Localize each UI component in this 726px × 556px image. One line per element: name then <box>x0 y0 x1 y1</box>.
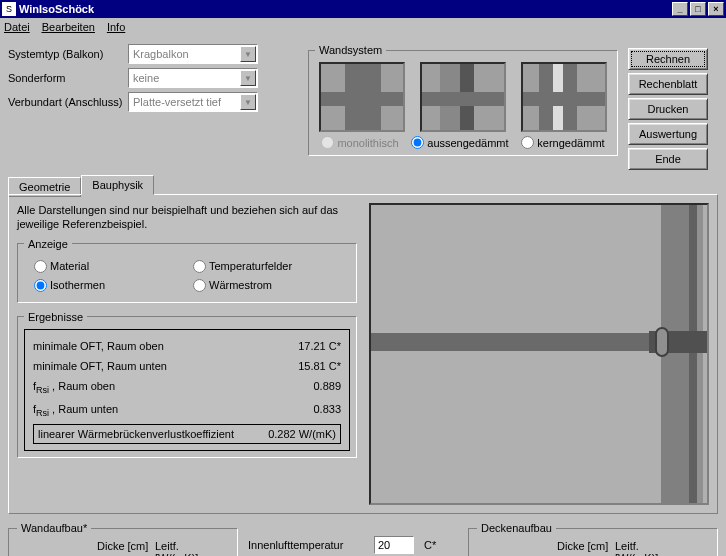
verbundart-dropdown[interactable]: Platte-versetzt tief ▼ <box>128 92 258 112</box>
radio-isothermen[interactable]: Isothermen <box>34 279 181 292</box>
radio-aussengedaemmt[interactable]: aussengedämmt <box>411 136 508 149</box>
chevron-down-icon: ▼ <box>240 70 256 86</box>
erg-r5-value: 0.282 W/(mK) <box>268 428 336 440</box>
menu-bearbeiten[interactable]: Bearbeiten <box>42 21 95 33</box>
radio-material[interactable]: Material <box>34 260 181 273</box>
menu-info[interactable]: Info <box>107 21 125 33</box>
wandaufbau-group: Wandaufbau* Dicke [cm]Leitf. [W/(mK)] Dä… <box>8 522 238 556</box>
systemtyp-dropdown[interactable]: Kragbalkon ▼ <box>128 44 258 64</box>
wandaufbau-legend: Wandaufbau* <box>17 522 91 534</box>
chevron-down-icon: ▼ <box>240 94 256 110</box>
sonderform-label: Sonderform <box>8 72 128 84</box>
radio-monolithisch[interactable]: monolithisch <box>321 136 398 149</box>
sonderform-dropdown[interactable]: keine ▼ <box>128 68 258 88</box>
innentemp-input[interactable]: 20 <box>374 536 414 554</box>
title-bar: S WinIsoSchöck _ □ × <box>0 0 726 18</box>
erg-r1-value: 17.21 C* <box>298 340 341 352</box>
anzeige-group: Anzeige Material Temperaturfelder Isothe… <box>17 238 357 303</box>
decke-dicke-header: Dicke [cm] <box>557 540 615 556</box>
radio-waermestrom[interactable]: Wärmestrom <box>193 279 340 292</box>
erg-r2-label: minimale OFT, Raum unten <box>33 360 167 372</box>
wandsystem-preview-1[interactable] <box>319 62 405 132</box>
diagram-area <box>369 203 709 505</box>
wandsystem-group: Wandsystem <box>308 44 618 156</box>
window-title: WinIsoSchöck <box>19 3 670 15</box>
verbundart-value: Platte-versetzt tief <box>133 96 221 108</box>
wandsystem-legend: Wandsystem <box>315 44 386 56</box>
ende-button[interactable]: Ende <box>628 148 708 170</box>
erg-r4-label: fRsi , Raum unten <box>33 403 118 418</box>
erg-r1-label: minimale OFT, Raum oben <box>33 340 164 352</box>
erg-r3-label: fRsi , Raum oben <box>33 380 115 395</box>
systemtyp-value: Kragbalkon <box>133 48 189 60</box>
wand-dicke-header: Dicke [cm] <box>97 540 155 556</box>
ergebnisse-legend: Ergebnisse <box>24 311 87 323</box>
menu-bar: Datei Bearbeiten Info <box>0 18 726 36</box>
drucken-button[interactable]: Drucken <box>628 98 708 120</box>
wand-leitf-header: Leitf. [W/(mK)] <box>155 540 213 556</box>
erg-r5-label: linearer Wärmebrückenverlustkoeffizient <box>38 428 234 440</box>
erg-r3-value: 0.889 <box>313 380 341 395</box>
app-icon: S <box>2 2 16 16</box>
chevron-down-icon: ▼ <box>240 46 256 62</box>
deckenaufbau-legend: Deckenaufbau <box>477 522 556 534</box>
radio-temperaturfelder[interactable]: Temperaturfelder <box>193 260 340 273</box>
tab-bauphysik[interactable]: Bauphysik <box>81 175 154 195</box>
radio-kerngedaemmt[interactable]: kerngedämmt <box>521 136 604 149</box>
deckenaufbau-group: Deckenaufbau Dicke [cm]Leitf. [W/(mK)] D… <box>468 522 718 556</box>
note-text: Alle Darstellungen sind nur beispielhaft… <box>17 203 357 232</box>
ergebnisse-group: Ergebnisse minimale OFT, Raum oben17.21 … <box>17 311 357 458</box>
erg-r2-value: 15.81 C* <box>298 360 341 372</box>
menu-datei[interactable]: Datei <box>4 21 30 33</box>
verbundart-label: Verbundart (Anschluss) <box>8 96 128 108</box>
decke-leitf-header: Leitf. [W/(mK)] <box>615 540 673 556</box>
innentemp-label: Innenlufttemperatur <box>248 539 368 551</box>
erg-r4-value: 0.833 <box>313 403 341 418</box>
tab-panel: Alle Darstellungen sind nur beispielhaft… <box>8 194 718 514</box>
auswertung-button[interactable]: Auswertung <box>628 123 708 145</box>
sonderform-value: keine <box>133 72 159 84</box>
systemtyp-label: Systemtyp (Balkon) <box>8 48 128 60</box>
wandsystem-preview-2[interactable] <box>420 62 506 132</box>
temperature-group: Innenlufttemperatur20C* Aussenlufttemper… <box>248 522 458 556</box>
rechnen-button[interactable]: Rechnen <box>628 48 708 70</box>
maximize-button[interactable]: □ <box>690 2 706 16</box>
minimize-button[interactable]: _ <box>672 2 688 16</box>
wandsystem-preview-3[interactable] <box>521 62 607 132</box>
anzeige-legend: Anzeige <box>24 238 72 250</box>
rechenblatt-button[interactable]: Rechenblatt <box>628 73 708 95</box>
close-button[interactable]: × <box>708 2 724 16</box>
